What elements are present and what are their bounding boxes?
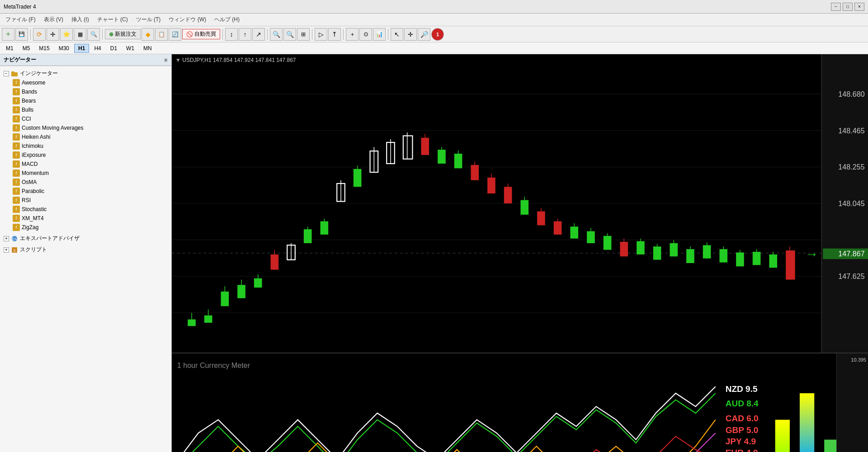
upper-chart[interactable]: ▼ USDJPY,H1 147.854 147.924 147.841 147.… — [172, 54, 868, 353]
toolbar-btn-2[interactable]: 💾 — [15, 28, 28, 41]
nav-item-bears[interactable]: f Bears — [0, 96, 171, 105]
minimize-button[interactable]: − — [831, 3, 841, 11]
toolbar-btn-3[interactable]: ⟳ — [33, 28, 46, 41]
ea-expand[interactable]: + — [4, 236, 9, 241]
title-bar: MetaTrader 4 − □ × — [0, 0, 868, 14]
toolbar-btn-13[interactable]: ↗ — [252, 28, 265, 41]
toolbar-btn-11[interactable]: ↕ — [225, 28, 238, 41]
nav-item-ichimoku[interactable]: f Ichimoku — [0, 141, 171, 151]
tf-m15[interactable]: M15 — [35, 44, 53, 53]
tf-w1[interactable]: W1 — [122, 44, 138, 53]
toolbar-btn-5[interactable]: ⭐ — [60, 28, 73, 41]
navigator-content: − インジケーター f Awesome f Bands f Bears — [0, 66, 171, 452]
new-order-button[interactable]: ⊕ 新規注文 — [105, 29, 141, 39]
svg-text:148.255: 148.255 — [838, 163, 864, 171]
nav-item-heiken-ashi[interactable]: f Heiken Ashi — [0, 132, 171, 141]
svg-text:→: → — [805, 246, 818, 261]
auto-trade-button[interactable]: 🚫 自動売買 — [182, 29, 220, 39]
svg-text:GBP 5.0: GBP 5.0 — [726, 425, 759, 435]
toolbar-btn-14[interactable]: ⊞ — [297, 28, 310, 41]
indicator-icon: f — [13, 88, 20, 95]
svg-rect-44 — [421, 138, 429, 155]
search-button[interactable]: 🔎 — [418, 28, 430, 41]
indicator-label-bears: Bears — [22, 98, 36, 104]
menu-tools[interactable]: ツール (T) — [132, 15, 165, 24]
notification-button[interactable]: 1 — [431, 28, 444, 41]
toolbar-btn-16[interactable]: ⤒ — [328, 28, 341, 41]
svg-rect-54 — [504, 187, 512, 203]
nav-item-xm-mt4[interactable]: f XM_MT4 — [0, 214, 171, 223]
nav-item-bands[interactable]: f Bands — [0, 87, 171, 96]
svg-rect-0 — [11, 72, 18, 76]
scripts-expand[interactable]: + — [4, 247, 9, 253]
indicators-group-header[interactable]: − インジケーター — [0, 69, 171, 78]
menu-chart[interactable]: チャート (C) — [94, 15, 132, 24]
nav-item-custom-ma[interactable]: f Custom Moving Averages — [0, 123, 171, 132]
svg-rect-64 — [587, 231, 595, 243]
ea-icon: EA — [11, 235, 18, 242]
toolbar-btn-4[interactable]: ✛ — [47, 28, 59, 41]
tf-m1[interactable]: M1 — [2, 44, 18, 53]
toolbar-btn-6[interactable]: ▦ — [74, 28, 86, 41]
ea-group: + EA エキスパートアドバイザ — [0, 233, 171, 244]
nav-item-momentum[interactable]: f Momentum — [0, 169, 171, 178]
zoom-out-button[interactable]: 🔍 — [283, 28, 296, 41]
menu-help[interactable]: ヘルプ (H) — [211, 15, 243, 24]
crosshair-button[interactable]: ✛ — [404, 28, 417, 41]
toolbar-btn-17[interactable]: ＋ — [346, 28, 359, 41]
nav-item-rsi[interactable]: f RSI — [0, 196, 171, 205]
svg-rect-52 — [487, 178, 495, 193]
title-bar-controls: − □ × — [831, 3, 864, 11]
scripts-group-header[interactable]: + S スクリプト — [0, 245, 171, 254]
candlestick-chart: → 148.680 148.465 148.255 148.045 147.86… — [172, 54, 868, 353]
tf-h4[interactable]: H4 — [90, 44, 105, 53]
tf-m30[interactable]: M30 — [55, 44, 73, 53]
lower-chart[interactable]: 1 hour Currency Meter — [172, 353, 868, 452]
indicators-expand[interactable]: − — [4, 71, 9, 76]
svg-rect-82 — [736, 253, 744, 267]
menu-insert[interactable]: 挿入 (I) — [68, 15, 93, 24]
nav-item-zigzag[interactable]: f ZigZag — [0, 223, 171, 232]
svg-rect-20 — [221, 292, 229, 306]
toolbar-btn-7[interactable]: 🔍 — [87, 28, 100, 41]
toolbar-btn-9[interactable]: 📋 — [155, 28, 168, 41]
toolbar-btn-19[interactable]: 📊 — [373, 28, 386, 41]
nav-item-iexposure[interactable]: f iExposure — [0, 151, 171, 160]
menu-window[interactable]: ウィンドウ (W) — [165, 15, 210, 24]
navigator-close-button[interactable]: × — [164, 56, 168, 64]
toolbar-btn-18[interactable]: ⊙ — [359, 28, 372, 41]
toolbar-btn-15[interactable]: ▷ — [315, 28, 327, 41]
indicator-icon: f — [13, 188, 20, 195]
cursor-button[interactable]: ↖ — [391, 28, 403, 41]
tf-d1[interactable]: D1 — [106, 44, 121, 53]
new-chart-button[interactable]: ＋ — [2, 28, 14, 41]
toolbar-btn-8[interactable]: ◆ — [142, 28, 154, 41]
svg-text:EA: EA — [12, 237, 17, 241]
indicator-icon: f — [13, 151, 20, 159]
menu-file[interactable]: ファイル (F) — [2, 15, 39, 24]
toolbar-btn-10[interactable]: 🔄 — [169, 28, 181, 41]
scripts-label: スクリプト — [20, 246, 47, 254]
close-button[interactable]: × — [854, 3, 864, 11]
svg-rect-99 — [172, 353, 868, 452]
menu-view[interactable]: 表示 (V) — [40, 15, 67, 24]
nav-item-cci[interactable]: f CCI — [0, 114, 171, 123]
nav-item-parabolic[interactable]: f Parabolic — [0, 187, 171, 196]
toolbar-btn-12[interactable]: ↑ — [239, 28, 251, 41]
nav-item-awesome[interactable]: f Awesome — [0, 78, 171, 87]
nav-item-osma[interactable]: f OsMA — [0, 178, 171, 187]
maximize-button[interactable]: □ — [843, 3, 853, 11]
tf-h1[interactable]: H1 — [74, 44, 89, 53]
zoom-in-button[interactable]: 🔍 — [270, 28, 283, 41]
svg-rect-66 — [604, 236, 612, 250]
ea-group-header[interactable]: + EA エキスパートアドバイザ — [0, 234, 171, 243]
svg-text:1 hour Currency Meter: 1 hour Currency Meter — [177, 361, 250, 369]
tf-mn[interactable]: MN — [139, 44, 156, 53]
indicator-label: ZigZag — [22, 224, 38, 231]
tf-m5[interactable]: M5 — [19, 44, 34, 53]
nav-item-stochastic[interactable]: f Stochastic — [0, 205, 171, 214]
svg-rect-36 — [354, 169, 362, 187]
nav-item-bulls[interactable]: f Bulls — [0, 105, 171, 114]
svg-rect-84 — [753, 252, 761, 265]
nav-item-macd[interactable]: f MACD — [0, 160, 171, 169]
